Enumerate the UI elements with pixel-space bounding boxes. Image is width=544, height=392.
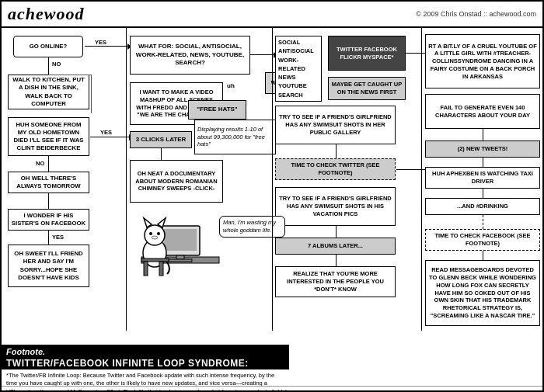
copyright: © 2009 Chris Onstad :: achewood.com — [416, 10, 536, 18]
walk-kitchen-box: WALK TO KITCHEN, PUT A DISH IN THE SINK,… — [8, 75, 89, 109]
h-arrow-rt — [406, 53, 425, 54]
yes2-label: YES — [100, 129, 112, 136]
sep3 — [421, 28, 422, 331]
v-arrow5 — [161, 148, 162, 160]
svg-rect-13 — [144, 262, 148, 276]
oh-well-box: OH WELL THERE'S ALWAYS TOMORROW — [8, 172, 89, 193]
three-clicks-box: 3 CLICKS LATER — [130, 131, 192, 148]
time-check-twitter-box: TIME TO CHECK TWITTER (SEE FOOTNOTE) — [275, 158, 396, 180]
v-arrow-tweets — [483, 158, 483, 167]
oh-neat-box: OH NEAT A DOCUMENTARY ABOUT MODERN ROMAN… — [130, 160, 223, 203]
cat-desk-area — [138, 203, 223, 276]
read-msg-box: READ MESSAGEBOARDS DEVOTED TO GLENN BECK… — [425, 260, 540, 326]
try-girlfriend-box: TRY TO SEE IF A FRIEND'S GIRLFRIEND HAS … — [275, 106, 396, 144]
oh-sweet-box: OH SWEET I'LL FRIEND HER AND SAY I'M SOR… — [8, 245, 89, 287]
and-drinking-box: ...AND #DRINKING — [425, 198, 540, 215]
cat-svg — [138, 203, 223, 276]
displaying-box: Displaying results 1-10 of about 99,300,… — [194, 120, 276, 154]
comic-container: achewood © 2009 Chris Onstad :: achewood… — [0, 0, 544, 392]
no1-label: NO — [52, 61, 61, 68]
back-arrow-h — [48, 75, 91, 75]
realize-box: REALIZE THAT YOU'RE MORE INTERESTED IN T… — [275, 266, 396, 297]
v-arrow7 — [336, 226, 337, 238]
speech-bubble: Man, I'm wasting my whole goddam life. — [219, 216, 285, 238]
no-arrow — [48, 57, 49, 75]
new-tweets-box: (2) NEW TWEETS! — [425, 140, 540, 158]
header: achewood © 2009 Chris Onstad :: achewood… — [2, 2, 542, 28]
svg-point-9 — [149, 232, 152, 235]
v-arrow2 — [48, 156, 49, 172]
v-arrow-aphex — [483, 189, 483, 198]
svg-point-10 — [157, 232, 160, 235]
time-check-facebook-box: TIME TO CHECK FACEBOOK (SEE FOOTNOTE) — [425, 229, 540, 251]
maybe-get-box: MAYBE GET CAUGHT UP ON THE NEWS FIRST — [328, 77, 406, 100]
v-arrow6 — [336, 144, 337, 158]
v-arrow-drinking — [483, 215, 483, 229]
svg-rect-2 — [164, 229, 197, 251]
huh-aphexben-box: HUH APHEXBEN IS WATCHING TAXI DRIVER — [425, 167, 540, 189]
bottom-asterisk: *(The only active user of MySpace is a 3… — [2, 386, 544, 392]
footnote-header: Footnote. — [2, 346, 289, 357]
main-area: GO ONLINE? YES NO WALK TO KITCHEN, PUT A… — [2, 28, 544, 392]
svg-rect-4 — [169, 259, 192, 262]
yes1-label: YES — [95, 39, 106, 46]
twitter-facebook-box: TWITTER FACEBOOK FLICKR MYSPACE* — [328, 36, 406, 71]
huh-someone-box: HUH SOMEONE FROM MY OLD HOMETOWN DIED I'… — [8, 117, 89, 156]
svg-point-6 — [145, 225, 165, 245]
sep1 — [126, 28, 127, 331]
yes-arrow — [85, 46, 127, 47]
v-arrow4 — [48, 231, 49, 245]
seven-albums-box: 7 ALBUMS LATER... — [275, 238, 396, 255]
try-vacation-box: TRY TO SEE IF A FRIEND'S GIRLFRIEND HAS … — [275, 187, 396, 226]
v-arrow-fb — [483, 251, 483, 260]
v-arrow-fail — [483, 129, 483, 140]
no2-label: NO — [36, 160, 44, 167]
back-arrow-v — [91, 75, 92, 113]
v-arrow8 — [336, 255, 337, 266]
wonder-sister-box: I WONDER IF HIS SISTER'S ON FACEBOOK — [8, 209, 89, 231]
h-arrow2 — [90, 137, 129, 137]
svg-rect-3 — [176, 255, 184, 259]
go-online-box: GO ONLINE? — [13, 36, 83, 57]
footnote-title: TWITTER/FACEBOOK INFINITE LOOP SYNDROME: — [2, 357, 289, 369]
free-hats-box: "FREE HATS" — [188, 100, 246, 120]
uh-label: uh — [227, 82, 235, 89]
social-list: SOCIAL ANTISOCIAL WORK-RELATED NEWS YOUT… — [275, 36, 322, 102]
sep2 — [272, 28, 273, 331]
svg-rect-12 — [141, 258, 169, 262]
svg-point-11 — [152, 236, 158, 239]
svg-rect-14 — [159, 262, 163, 276]
fail-generate-box: FAIL TO GENERATE EVEN 140 CHARACTERS ABO… — [425, 94, 540, 129]
rt-bit-box: RT A BIT.LY OF A CRUEL YOUTUBE OF A LITT… — [425, 34, 540, 88]
yes3-label: YES — [52, 234, 64, 241]
logo: achewood — [8, 4, 84, 24]
footnote-area: Footnote. TWITTER/FACEBOOK INFINITE LOOP… — [2, 345, 289, 392]
v-arrow3 — [48, 193, 49, 209]
h-arrow-social — [250, 54, 274, 55]
what-for-box: WHAT FOR: SOCIAL, ANTISOCIAL, WORK-RELAT… — [130, 36, 250, 75]
